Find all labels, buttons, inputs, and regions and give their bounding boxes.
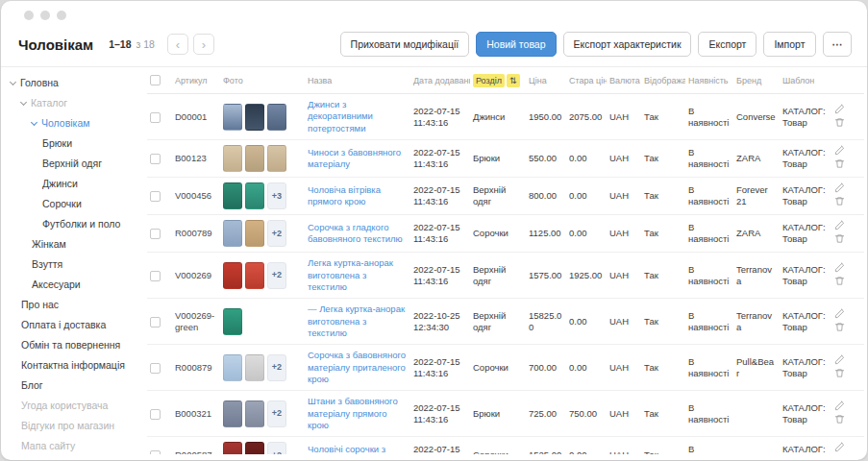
select-all-checkbox[interactable] bbox=[150, 75, 161, 85]
column-header-display[interactable]: Відображати bbox=[641, 67, 685, 94]
sort-icon[interactable]: ⇅ bbox=[507, 74, 520, 87]
column-header-old_price[interactable]: Стара ціна bbox=[566, 67, 607, 94]
window-control-dot[interactable] bbox=[40, 11, 50, 20]
column-header-template[interactable]: Шаблон bbox=[780, 67, 831, 94]
window-control-dot[interactable] bbox=[24, 11, 34, 20]
hide-modifications-button[interactable]: Приховати модифікації bbox=[340, 32, 470, 57]
column-header-currency[interactable]: Валюта bbox=[607, 67, 641, 94]
sidebar-item-zhinkam[interactable]: Жінкам bbox=[9, 234, 145, 255]
sidebar-item-mapa-saitu[interactable]: Мапа сайту bbox=[9, 436, 145, 454]
delete-icon[interactable] bbox=[834, 196, 845, 209]
more-photos-badge[interactable]: +2 bbox=[267, 400, 286, 427]
product-name-link[interactable]: Сорочка з гладкого бавовняного текстилю bbox=[308, 222, 408, 246]
product-photo-thumbnail[interactable] bbox=[245, 354, 264, 381]
product-photo-thumbnail[interactable] bbox=[267, 104, 286, 131]
product-photo-thumbnail[interactable] bbox=[223, 220, 242, 247]
product-name-link[interactable]: — Легка куртка-анорак виготовлена з текс… bbox=[308, 303, 408, 339]
column-header-name[interactable]: Назва bbox=[305, 67, 410, 94]
product-photo-thumbnail[interactable] bbox=[223, 104, 242, 131]
column-header-sku[interactable]: Артикул bbox=[172, 67, 220, 94]
column-header-photo[interactable]: Фото bbox=[220, 67, 305, 94]
product-photo-thumbnail[interactable] bbox=[223, 400, 242, 427]
product-name-link[interactable]: Сорочка з бавовняного матеріалу притален… bbox=[308, 350, 408, 385]
product-name-link[interactable]: Штани з бавовняного матеріалу прямого кр… bbox=[308, 396, 408, 431]
prev-page-button[interactable]: ‹ bbox=[167, 34, 188, 55]
edit-icon[interactable] bbox=[834, 220, 845, 233]
row-checkbox[interactable] bbox=[150, 112, 161, 123]
window-control-dot[interactable] bbox=[57, 11, 66, 20]
product-photo-thumbnail[interactable] bbox=[245, 442, 264, 454]
delete-icon[interactable] bbox=[834, 158, 845, 172]
delete-icon[interactable] bbox=[834, 276, 845, 289]
column-header-section[interactable]: Розділ⇅ bbox=[470, 67, 526, 94]
sidebar-item-holovna[interactable]: Головна bbox=[9, 73, 145, 93]
edit-icon[interactable] bbox=[834, 308, 845, 322]
sidebar-item-kontaktna-informatsiia[interactable]: Контактна інформація bbox=[9, 355, 145, 376]
next-page-button[interactable]: › bbox=[193, 34, 214, 55]
product-photo-thumbnail[interactable] bbox=[223, 354, 242, 381]
more-photos-badge[interactable]: +2 bbox=[267, 442, 286, 454]
edit-icon[interactable] bbox=[834, 400, 845, 414]
edit-icon[interactable] bbox=[834, 182, 845, 196]
edit-icon[interactable] bbox=[834, 354, 845, 368]
sidebar-item-sorochky[interactable]: Сорочки bbox=[9, 194, 145, 214]
row-checkbox[interactable] bbox=[150, 409, 161, 420]
product-name-link[interactable]: Чиноси з бавовняного матеріалу bbox=[308, 147, 408, 171]
product-photo-thumbnail[interactable] bbox=[245, 262, 264, 289]
sidebar-item-aksesuary[interactable]: Аксесуари bbox=[9, 275, 145, 295]
product-name-link[interactable]: Чоловічі сорочки з легкого текстилю bbox=[308, 444, 408, 454]
column-header-brand[interactable]: Бренд bbox=[733, 67, 780, 94]
product-photo-thumbnail[interactable] bbox=[223, 442, 242, 454]
sidebar-item-oplata-i-dostavka[interactable]: Оплата і доставка bbox=[9, 315, 145, 335]
more-photos-badge[interactable]: +2 bbox=[267, 354, 286, 381]
column-header-availability[interactable]: Наявність bbox=[685, 67, 733, 94]
delete-icon[interactable] bbox=[834, 414, 845, 427]
column-header-price[interactable]: Ціна bbox=[526, 67, 566, 94]
sidebar-item-vzuttia[interactable]: Взуття bbox=[9, 255, 145, 275]
export-attributes-button[interactable]: Експорт характеристик bbox=[563, 32, 692, 57]
product-photo-thumbnail[interactable] bbox=[223, 262, 242, 289]
more-button[interactable]: ⋯ bbox=[823, 32, 853, 57]
sidebar-item-pro-nas[interactable]: Про нас bbox=[9, 295, 145, 315]
sidebar-item-obmin-ta-povernennia[interactable]: Обмін та повернення bbox=[9, 335, 145, 355]
import-button[interactable]: Імпорт bbox=[763, 32, 815, 57]
product-photo-thumbnail[interactable] bbox=[223, 182, 242, 209]
product-photo-thumbnail[interactable] bbox=[267, 145, 286, 172]
sidebar-item-verkhnii-odiah[interactable]: Верхній одяг bbox=[9, 154, 145, 174]
delete-icon[interactable] bbox=[834, 233, 845, 247]
more-photos-badge[interactable]: +2 bbox=[267, 262, 286, 289]
sidebar-item-cholovikam[interactable]: Чоловікам bbox=[9, 113, 145, 133]
row-checkbox[interactable] bbox=[150, 271, 161, 281]
row-checkbox[interactable] bbox=[150, 229, 161, 239]
product-name-link[interactable]: Джинси з декоративними потертостями bbox=[308, 99, 408, 134]
sidebar-item-uhoda-korystuvacha[interactable]: Угода користувача bbox=[9, 396, 145, 416]
row-checkbox[interactable] bbox=[150, 191, 161, 202]
delete-icon[interactable] bbox=[834, 368, 845, 381]
product-name-link[interactable]: Легка куртка-анорак виготовлена з тексти… bbox=[308, 257, 408, 293]
delete-icon[interactable] bbox=[834, 117, 845, 131]
product-name-link[interactable]: Чоловіча вітрівка прямого крою bbox=[308, 184, 408, 208]
product-photo-thumbnail[interactable] bbox=[223, 145, 242, 172]
row-checkbox[interactable] bbox=[150, 154, 161, 164]
product-photo-thumbnail[interactable] bbox=[245, 400, 264, 427]
more-photos-badge[interactable]: +2 bbox=[267, 220, 286, 247]
product-photo-thumbnail[interactable] bbox=[245, 145, 264, 172]
sidebar-item-briuky[interactable]: Брюки bbox=[9, 133, 145, 154]
edit-icon[interactable] bbox=[834, 442, 845, 454]
edit-icon[interactable] bbox=[834, 262, 845, 276]
export-button[interactable]: Експорт bbox=[698, 32, 756, 57]
new-product-button[interactable]: Новий товар bbox=[476, 32, 556, 57]
sidebar-item-bloh[interactable]: Блог bbox=[9, 376, 145, 396]
sidebar-item-vidhuky-pro-mahazyn[interactable]: Відгуки про магазин bbox=[9, 416, 145, 436]
sidebar-item-futbolky-i-polo[interactable]: Футболки и поло bbox=[9, 214, 145, 234]
column-header-date[interactable]: Дата додавання bbox=[410, 67, 470, 94]
row-checkbox[interactable] bbox=[150, 317, 161, 328]
sidebar-item-dzhynsy[interactable]: Джинси bbox=[9, 174, 145, 194]
row-checkbox[interactable] bbox=[150, 363, 161, 374]
delete-icon[interactable] bbox=[834, 322, 845, 335]
more-photos-badge[interactable]: +3 bbox=[267, 182, 286, 209]
product-photo-thumbnail[interactable] bbox=[245, 104, 264, 131]
product-photo-thumbnail[interactable] bbox=[245, 182, 264, 209]
sidebar-item-kataloh[interactable]: Каталог bbox=[9, 93, 145, 113]
row-checkbox[interactable] bbox=[150, 450, 161, 454]
